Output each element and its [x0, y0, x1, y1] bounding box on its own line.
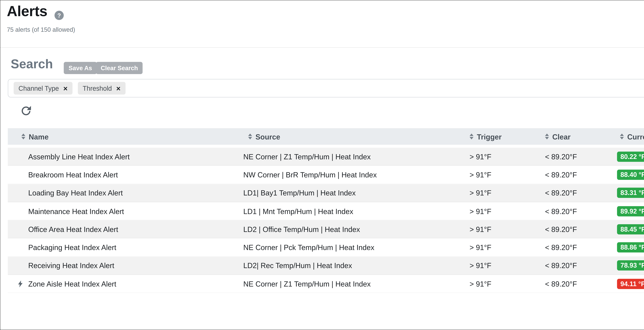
alert-trigger: > 91°F — [470, 171, 545, 179]
alert-trigger: > 91°F — [470, 189, 545, 197]
lightning-bolt-icon — [16, 152, 25, 161]
alert-name: Office Area Heat Index Alert — [28, 225, 118, 233]
remove-filter-icon[interactable]: × — [63, 84, 68, 92]
current-reading-badge: 80.22 °F — [617, 151, 644, 162]
alert-name: Receiving Heat Index Alert — [28, 261, 114, 270]
lightning-bolt-icon — [16, 243, 25, 252]
current-reading-badge: 88.45 °F — [617, 224, 644, 234]
alert-clear: < 89.20°F — [545, 171, 617, 179]
page-title: Alerts — [7, 3, 47, 20]
alert-name: Packaging Heat Index Alert — [28, 243, 116, 252]
filter-chip-threshold[interactable]: Threshold × — [78, 82, 126, 95]
alert-source: LD2| Rec Temp/Hum | Heat Index — [243, 261, 470, 270]
search-filter-bar[interactable]: Channel Type × Threshold × — [8, 79, 644, 98]
table-header-row: Name Source Trigger Clear Current — [8, 128, 644, 145]
table-row[interactable]: Assembly Line Heat Index Alert NE Corner… — [8, 148, 644, 166]
lightning-bolt-icon — [16, 261, 25, 270]
alert-trigger: > 91°F — [470, 243, 545, 252]
alert-source: NE Corner | Z1 Temp/Hum | Heat Index — [243, 152, 470, 160]
alert-name: Assembly Line Heat Index Alert — [28, 152, 130, 160]
alerts-table: Name Source Trigger Clear Current Assemb… — [8, 128, 644, 293]
alert-trigger: > 91°F — [470, 225, 545, 233]
remove-filter-icon[interactable]: × — [116, 84, 120, 92]
current-reading-badge: 83.31 °F — [617, 188, 644, 198]
table-row[interactable]: Packaging Heat Index Alert NE Corner | P… — [8, 239, 644, 257]
filter-chip-label: Threshold — [83, 84, 112, 92]
column-label: Trigger — [477, 132, 502, 141]
lightning-bolt-icon — [16, 206, 25, 216]
header-divider — [0, 47, 644, 48]
column-header-clear[interactable]: Clear — [545, 132, 617, 141]
current-reading-badge: 88.40 °F — [617, 170, 644, 180]
alert-clear: < 89.20°F — [545, 280, 617, 288]
column-header-name[interactable]: Name — [8, 132, 243, 141]
alert-name: Maintenance Heat Index Alert — [28, 207, 124, 215]
filter-chip-label: Channel Type — [18, 84, 59, 92]
lightning-bolt-icon — [16, 188, 25, 198]
alert-clear: < 89.20°F — [545, 261, 617, 270]
lightning-bolt-icon — [16, 170, 25, 180]
alert-trigger: > 91°F — [470, 261, 545, 270]
alert-name: Loading Bay Heat Index Alert — [28, 189, 123, 197]
alert-source: NW Corner | BrR Temp/Hum | Heat Index — [243, 171, 470, 179]
sort-icon — [248, 133, 252, 139]
alert-name: Breakroom Heat Index Alert — [28, 171, 118, 179]
table-row[interactable]: Maintenance Heat Index Alert LD1 | Mnt T… — [8, 202, 644, 220]
lightning-bolt-icon — [16, 224, 25, 234]
alert-clear: < 89.20°F — [545, 189, 617, 197]
column-header-source[interactable]: Source — [243, 132, 470, 141]
alert-clear: < 89.20°F — [545, 152, 617, 160]
save-as-button[interactable]: Save As — [64, 62, 97, 74]
alert-count-text: 75 alerts (of 150 allowed) — [7, 26, 75, 33]
clear-search-button[interactable]: Clear Search — [96, 62, 143, 74]
sort-icon — [620, 133, 624, 139]
table-row[interactable]: Loading Bay Heat Index Alert LD1| Bay1 T… — [8, 184, 644, 202]
current-reading-badge: 89.92 °F — [617, 206, 644, 216]
column-label: Name — [29, 132, 48, 141]
alert-trigger: > 91°F — [470, 152, 545, 160]
table-row[interactable]: Office Area Heat Index Alert LD2 | Offic… — [8, 220, 644, 239]
table-row[interactable]: Zone Aisle Heat Index Alert NE Corner | … — [8, 275, 644, 293]
alert-clear: < 89.20°F — [545, 225, 617, 233]
refresh-icon[interactable] — [20, 104, 32, 117]
current-reading-badge: 88.86 °F — [617, 242, 644, 252]
column-label: Current — [627, 132, 644, 141]
table-row[interactable]: Breakroom Heat Index Alert NW Corner | B… — [8, 166, 644, 184]
alerts-page: Alerts ? 75 alerts (of 150 allowed) New … — [0, 0, 644, 330]
alert-source: LD1 | Mnt Temp/Hum | Heat Index — [243, 207, 470, 215]
alert-name: Zone Aisle Heat Index Alert — [28, 280, 116, 288]
sort-icon — [545, 133, 549, 139]
alert-clear: < 89.20°F — [545, 243, 617, 252]
table-row[interactable]: Receiving Heat Index Alert LD2| Rec Temp… — [8, 257, 644, 275]
help-icon[interactable]: ? — [54, 11, 64, 20]
sort-icon — [22, 133, 25, 139]
alert-trigger: > 91°F — [470, 207, 545, 215]
column-label: Clear — [552, 132, 570, 141]
alert-source: LD1| Bay1 Temp/Hum | Heat Index — [243, 189, 470, 197]
table-body: Assembly Line Heat Index Alert NE Corner… — [8, 148, 644, 293]
alert-trigger: > 91°F — [470, 280, 545, 288]
search-heading: Search — [11, 57, 53, 72]
column-header-current[interactable]: Current — [617, 132, 644, 141]
column-header-trigger[interactable]: Trigger — [470, 132, 545, 141]
alert-source: LD2 | Office Temp/Hum | Heat Index — [243, 225, 470, 233]
current-reading-badge: 94.11 °F — [617, 279, 644, 289]
alert-source: NE Corner | Pck Temp/Hum | Heat Index — [243, 243, 470, 252]
sort-icon — [470, 133, 474, 139]
column-label: Source — [256, 132, 280, 141]
lightning-bolt-icon — [16, 279, 25, 289]
alert-source: NE Corner | Z1 Temp/Hum | Heat Index — [243, 280, 470, 288]
alert-clear: < 89.20°F — [545, 207, 617, 215]
filter-chip-channel-type[interactable]: Channel Type × — [14, 82, 72, 95]
current-reading-badge: 78.93 °F — [617, 260, 644, 271]
